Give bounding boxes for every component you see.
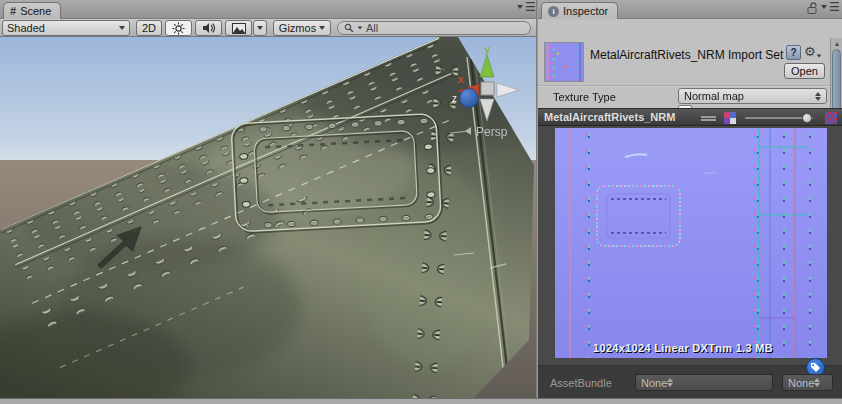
menu-icon: ☰ (829, 2, 840, 12)
chevron-down-icon (119, 26, 125, 30)
preview-title: MetalAircraftRivets_NRM (544, 111, 696, 123)
normal-map-preview (555, 128, 827, 358)
axis-z-label: z (452, 93, 457, 104)
shaded-dropdown-label: Shaded (7, 22, 116, 34)
scene-viewport[interactable]: y x z Persp (0, 37, 537, 398)
chevron-down-icon (817, 54, 822, 57)
scrollbar-thumb[interactable] (832, 49, 841, 113)
grid-icon: # (10, 5, 16, 17)
unity-editor-window: # Scene ☰ Shaded 2D (0, 0, 842, 404)
tab-inspector[interactable]: i Inspector (541, 2, 618, 19)
importer-title: MetalAircraftRivets_NRM Import Settings (590, 48, 784, 62)
audio-toggle-button[interactable] (195, 20, 222, 36)
chevron-down-icon (358, 26, 363, 29)
gear-icon[interactable]: ⚙ (804, 44, 816, 59)
scroll-up-icon[interactable]: ▲ (831, 38, 842, 48)
speaker-icon (202, 22, 215, 34)
chevron-down-icon (257, 26, 263, 30)
scene-panel: # Scene ☰ Shaded 2D (0, 0, 538, 398)
gizmo-cube[interactable] (481, 82, 494, 95)
inspector-panel-menu[interactable]: ☰ (821, 2, 840, 12)
texture-thumbnail[interactable] (544, 42, 584, 82)
texture-preview-area[interactable]: 1024x1024 Linear DXTnm 1.3 MB (538, 126, 842, 365)
menu-icon: ☰ (525, 2, 536, 12)
preview-header[interactable]: MetalAircraftRivets_NRM (538, 108, 842, 126)
help-book-icon[interactable]: ? (786, 45, 801, 60)
lighting-toggle-button[interactable] (165, 20, 192, 36)
importer-header-section: MetalAircraftRivets_NRM Import Settings … (538, 19, 842, 108)
assetbundle-dropdown[interactable]: None (635, 374, 773, 391)
header-divider (538, 85, 831, 87)
inspector-lock[interactable] (807, 2, 818, 14)
chevron-down-icon (821, 5, 827, 9)
2d-toggle-label: 2D (142, 22, 156, 34)
window-bottom-strip (0, 398, 842, 404)
info-icon: i (548, 6, 559, 17)
texture-type-dropdown[interactable]: Normal map (678, 88, 827, 104)
scene-tabbar: # Scene ☰ (0, 0, 538, 19)
open-button[interactable]: Open (784, 63, 825, 79)
updown-arrows-icon (814, 378, 820, 387)
effects-button[interactable] (225, 20, 252, 36)
inspector-tab-label: Inspector (563, 5, 608, 17)
scene-search-text: All (366, 22, 378, 34)
drag-handle-icon[interactable] (701, 116, 716, 121)
projection-label[interactable]: Persp (476, 125, 508, 139)
z-axis-ball[interactable] (460, 89, 479, 108)
sun-icon (172, 22, 185, 35)
gizmos-dropdown[interactable]: Gizmos (273, 20, 331, 36)
inspector-panel: i Inspector ☰ (538, 0, 842, 398)
axis-x-label: x (458, 73, 465, 85)
updown-arrows-icon (815, 92, 821, 101)
inspector-tabbar: i Inspector ☰ (538, 0, 842, 19)
scene-tab-label: Scene (20, 5, 51, 17)
mipmap-checker-icon[interactable] (825, 112, 837, 124)
assetbundle-label: AssetBundle (550, 377, 612, 389)
assetbundle-section: AssetBundle None None (538, 365, 842, 398)
tab-scene[interactable]: # Scene (3, 2, 61, 19)
scene-panel-menu[interactable]: ☰ (517, 2, 536, 12)
assetbundle-value: None (641, 377, 667, 389)
texture-type-label: Texture Type (553, 91, 616, 103)
texture-type-value: Normal map (684, 90, 815, 102)
gizmos-dropdown-label: Gizmos (279, 22, 316, 34)
assetbundle-variant-dropdown[interactable]: None (782, 374, 833, 391)
chevron-down-icon (517, 5, 523, 9)
image-icon (232, 23, 246, 34)
axis-y-label: y (484, 43, 491, 55)
mip-slider[interactable] (745, 117, 813, 119)
assetbundle-variant-value: None (788, 377, 814, 389)
rgb-channels-icon[interactable] (724, 112, 736, 124)
shaded-dropdown[interactable]: Shaded (2, 20, 130, 36)
texture-info-text: 1024x1024 Linear DXTnm 1.3 MB (538, 342, 828, 354)
chevron-down-icon (319, 26, 325, 30)
effects-dropdown[interactable] (253, 20, 267, 36)
tag-icon (810, 362, 821, 373)
slider-knob[interactable] (802, 113, 812, 123)
2d-toggle-button[interactable]: 2D (136, 20, 162, 36)
scene-toolbar: Shaded 2D (0, 19, 538, 37)
scene-search-field[interactable]: All (337, 21, 531, 35)
lock-icon (807, 2, 818, 14)
magnifier-icon (344, 23, 354, 33)
updown-arrows-icon (667, 378, 673, 387)
